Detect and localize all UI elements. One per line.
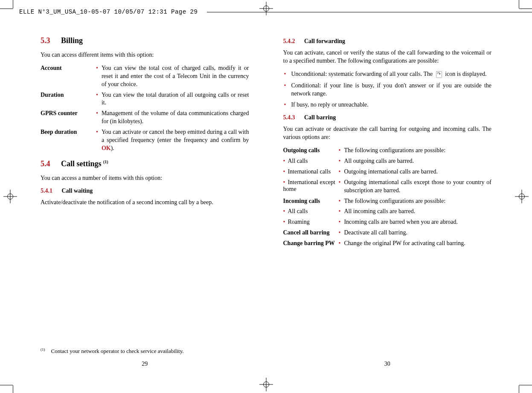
ok-label: OK — [102, 145, 111, 151]
subsection-number: 5.4.2 — [283, 38, 295, 44]
def-term: Incoming calls — [283, 197, 339, 205]
def-term: •International calls — [283, 168, 339, 175]
def-term: Change barring PW — [283, 240, 339, 247]
page-number: 29 — [41, 361, 249, 367]
bullet-icon: • — [283, 158, 285, 164]
bullet-icon: • — [339, 197, 341, 205]
subsection-5-4-1-heading: 5.4.1 Call waiting — [41, 188, 249, 194]
def-desc: Deactivate all call barring. — [344, 229, 491, 237]
def-row: Outgoing calls•The following configurati… — [283, 147, 492, 155]
bullet-icon: • — [339, 218, 341, 226]
bullet-icon: • — [284, 82, 286, 90]
section-5-4-heading: 5.4 Call settings (1) — [41, 159, 249, 168]
bullet-icon: • — [339, 168, 341, 176]
crop-mark — [13, 0, 13, 9]
bullet-icon: • — [283, 208, 285, 214]
crop-mark — [519, 385, 532, 385]
def-row: •All calls•All incoming calls are barred… — [283, 208, 492, 216]
page-left: 5.3 Billing You can access different ite… — [41, 36, 249, 367]
def-desc: All outgoing calls are barred. — [344, 157, 491, 165]
bullet-icon: • — [339, 240, 341, 248]
def-row-beep: Beep duration •You can activate or cance… — [41, 128, 249, 153]
bullet-icon: • — [283, 219, 285, 225]
def-term: Account — [41, 64, 96, 72]
def-term: •Roaming — [283, 218, 339, 225]
list-item: •Conditional: if your line is busy, if y… — [283, 82, 492, 98]
header-rule — [207, 12, 532, 12]
def-term: •All calls — [283, 208, 339, 215]
def-desc: You can view the total cost of charged c… — [102, 64, 249, 89]
def-term: •All calls — [283, 157, 339, 165]
subsection-title: Call barring — [304, 114, 336, 121]
def-term: Beep duration — [41, 128, 96, 136]
def-row-account: Account •You can view the total cost of … — [41, 64, 249, 89]
crop-mark — [519, 0, 519, 9]
registration-mark-icon — [261, 379, 271, 390]
bullet-icon: • — [339, 229, 341, 237]
footnote-ref: (1) — [103, 159, 108, 164]
section-number: 5.3 — [41, 36, 50, 45]
def-row-duration: Duration •You can view the total duratio… — [41, 91, 249, 107]
call-forward-icon — [436, 71, 442, 78]
def-desc: Outgoing international calls are barred. — [344, 168, 491, 176]
def-desc: Management of the volume of data communi… — [102, 110, 249, 126]
section-title: Call settings (1) — [61, 159, 108, 168]
print-header: ELLE N°3_UM_USA_10-05-07 10/05/07 12:31 … — [19, 9, 198, 15]
def-row: Change barring PW•Change the original PW… — [283, 240, 492, 248]
crop-mark — [519, 9, 532, 9]
def-row: Incoming calls•The following configurati… — [283, 197, 492, 205]
bullet-icon: • — [339, 208, 341, 216]
def-desc: You can view the total duration of all o… — [102, 91, 249, 107]
footnote: (1)Contact your network operator to chec… — [41, 347, 184, 355]
section-number: 5.4 — [41, 159, 50, 168]
def-desc: Change the original PW for activating ca… — [344, 240, 491, 248]
def-row-gprs: GPRS counter •Management of the volume o… — [41, 110, 249, 126]
subsection-5-4-2-heading: 5.4.2 Call forwarding — [283, 38, 492, 45]
list-item: •If busy, no reply or unreachable. — [283, 101, 492, 109]
bullet-icon: • — [339, 157, 341, 165]
crop-mark — [13, 385, 13, 393]
def-term: GPRS counter — [41, 110, 96, 117]
list-item: •Unconditional: systematic forwarding of… — [283, 70, 492, 78]
bullet-icon: • — [283, 179, 285, 185]
registration-mark-icon — [517, 191, 527, 202]
body-text: You can activate or deactivate the call … — [283, 125, 492, 142]
bullet-icon: • — [96, 110, 98, 118]
footnote-text: Contact your network operator to check s… — [51, 348, 184, 354]
body-text: You can activate, cancel or verify the s… — [283, 49, 492, 65]
intro-text: You can access a number of items with th… — [41, 174, 249, 182]
subsection-number: 5.4.1 — [41, 188, 52, 194]
bullet-icon: • — [96, 128, 98, 136]
bullet-icon: • — [96, 91, 98, 99]
page-number: 30 — [283, 361, 492, 367]
bullet-icon: • — [284, 101, 286, 109]
crop-mark — [0, 9, 13, 9]
barring-definition-list: Outgoing calls•The following configurati… — [283, 147, 492, 248]
footnote-mark: (1) — [41, 347, 45, 352]
bullet-icon: • — [96, 64, 98, 72]
def-row: Cancel all barring•Deactivate all call b… — [283, 229, 492, 237]
crop-mark — [519, 385, 519, 393]
def-desc: The following configurations are possibl… — [344, 197, 491, 205]
def-row: •International calls•Outgoing internatio… — [283, 168, 492, 176]
intro-text: You can access different items with this… — [41, 51, 249, 59]
subsection-5-4-3-heading: 5.4.3 Call barring — [283, 114, 492, 121]
def-desc: Outgoing international calls except thos… — [344, 179, 491, 195]
def-desc: The following configurations are possibl… — [344, 147, 491, 155]
bullet-icon: • — [283, 168, 285, 175]
def-desc: You can activate or cancel the beep emit… — [102, 128, 249, 153]
bullet-icon: • — [284, 70, 286, 78]
section-5-3-heading: 5.3 Billing — [41, 36, 249, 45]
registration-mark-icon — [5, 191, 15, 202]
def-row: •International except home•Outgoing inte… — [283, 179, 492, 195]
def-row: •All calls•All outgoing calls are barred… — [283, 157, 492, 165]
bullet-icon: • — [339, 179, 341, 187]
forwarding-bullets: •Unconditional: systematic forwarding of… — [283, 70, 492, 110]
body-text: Activate/deactivate the notification of … — [41, 199, 249, 207]
def-desc: All incoming calls are barred. — [344, 208, 491, 216]
billing-definition-list: Account •You can view the total cost of … — [41, 64, 249, 153]
section-title: Billing — [61, 36, 83, 45]
subsection-title: Call waiting — [62, 188, 93, 194]
def-term: •International except home — [283, 179, 339, 193]
crop-mark — [0, 385, 13, 385]
